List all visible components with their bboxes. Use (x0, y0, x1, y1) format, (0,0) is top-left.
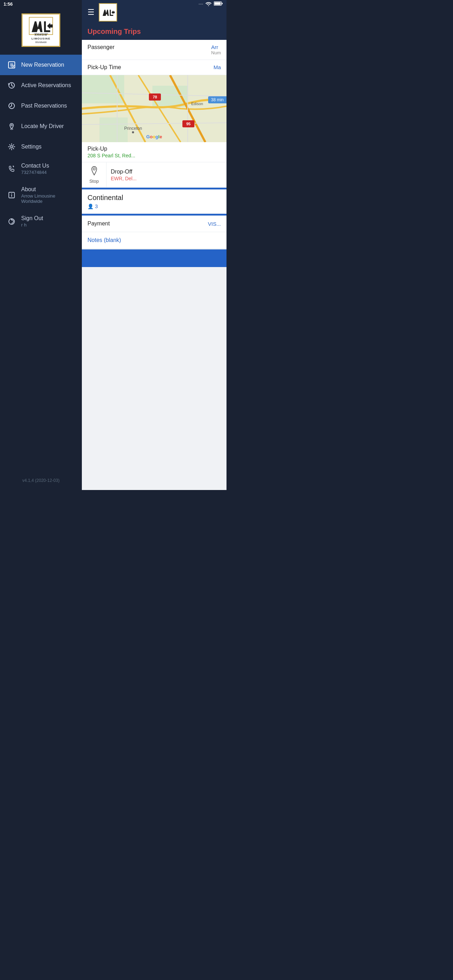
upcoming-trips-title: Upcoming Trips (87, 27, 141, 35)
pickup-label: Pick-Up (87, 146, 221, 152)
svg-point-17 (11, 146, 13, 148)
svg-text:Edison: Edison (191, 102, 203, 106)
locate-driver-label: Locate My Driver (21, 123, 64, 129)
stop-label: Stop (89, 178, 99, 184)
battery-icon (214, 1, 223, 7)
time-display: 1:56 (3, 2, 13, 7)
sidebar-item-locate-driver[interactable]: Locate My Driver (0, 116, 82, 137)
new-reservation-label: New Reservation (21, 62, 64, 68)
contact-us-label: Contact Us (21, 162, 49, 169)
svg-text:78: 78 (153, 95, 157, 99)
version-label: v4.1,4 (2020-12-03) (0, 473, 82, 490)
map-svg: 78 95 Edison Princeton (82, 75, 227, 142)
contact-us-phone: 7327474844 (21, 170, 49, 175)
passenger-count-value: 3 (95, 203, 98, 209)
stop-cell: Stop (82, 162, 106, 187)
svg-rect-25 (215, 2, 221, 5)
about-icon (7, 191, 16, 200)
sidebar-logo-svg: ARROW LIMOUSINE Worldwide (29, 17, 53, 35)
wifi-icon (205, 1, 212, 7)
sidebar-item-about[interactable]: About Arrow Limousine Worldwide (0, 181, 82, 210)
settings-icon (7, 142, 16, 151)
contact-us-icon (7, 164, 16, 173)
sidebar-logo-company: ARROW LIMOUSINE Worldwide (25, 33, 57, 44)
pickup-time-label: Pick-Up Time (87, 64, 121, 70)
passenger-label: Passenger (87, 44, 114, 51)
status-bar: 1:56 (0, 0, 82, 8)
right-status-bar: ···· (82, 0, 227, 8)
past-reservations-label: Past Reservations (21, 103, 67, 109)
payment-label: Payment (87, 221, 110, 227)
about-sublabel: Arrow Limousine Worldwide (21, 193, 75, 204)
stop-pin-icon (90, 166, 99, 178)
dropoff-info: Drop-Off EWR, Del... (106, 162, 227, 187)
passenger-num: Num (211, 50, 221, 56)
payment-row: Payment VIS... (82, 216, 227, 232)
svg-point-41 (93, 168, 95, 170)
payment-value: VIS... (208, 221, 221, 227)
settings-label: Settings (21, 143, 41, 150)
pickup-time-row: Pick-Up Time Ma (82, 60, 227, 75)
bottom-blue-bar (82, 250, 227, 267)
active-reservations-label: Active Reservations (21, 82, 71, 89)
person-icon: 👤 (87, 204, 94, 209)
trip-details: Passenger Arr Num Pick-Up Time Ma (82, 40, 227, 75)
svg-marker-29 (111, 11, 114, 14)
sign-out-sub: r h (21, 222, 43, 228)
about-label: About (21, 186, 75, 192)
passenger-value: Arr (211, 44, 217, 50)
svg-text:95: 95 (186, 122, 191, 126)
svg-text:Princeton: Princeton (124, 126, 142, 131)
pickup-address: 208 S Pearl St, Red... (87, 153, 221, 158)
sidebar-logo-box: ARROW LIMOUSINE Worldwide ARROW LIMOUSIN… (22, 13, 60, 47)
pickup-section: Pick-Up 208 S Pearl St, Red... (82, 142, 227, 162)
vehicle-name: Continental (87, 194, 221, 202)
sidebar: 1:56 ARROW LIMOUSINE Worldwide ARROW LIM… (0, 0, 82, 490)
hamburger-icon[interactable]: ☰ (87, 8, 95, 17)
notes-row: Notes (blank) (82, 232, 227, 249)
sidebar-logo-area: ARROW LIMOUSINE Worldwide ARROW LIMOUSIN… (0, 8, 82, 51)
passenger-row: Passenger Arr Num (82, 40, 227, 60)
sidebar-item-settings[interactable]: Settings (0, 137, 82, 157)
pickup-time-value: Ma (213, 64, 221, 70)
new-reservation-icon (7, 60, 16, 70)
sidebar-item-sign-out[interactable]: Sign Out r h (0, 210, 82, 233)
sidebar-item-past-reservations[interactable]: Past Reservations (0, 95, 82, 116)
right-panel: ···· ☰ Upcoming Trips Passenger Arr Num (82, 0, 227, 490)
svg-rect-26 (222, 3, 223, 4)
map-container: 78 95 Edison Princeton 38 min Google (82, 75, 227, 142)
sign-out-label: Sign Out (21, 215, 43, 221)
dropoff-label: Drop-Off (111, 169, 222, 175)
upcoming-trips-section: Upcoming Trips (82, 25, 227, 40)
sidebar-item-contact-us[interactable]: Contact Us 7327474844 (0, 157, 82, 181)
passenger-count-row: 👤 3 (87, 203, 221, 209)
svg-rect-33 (100, 118, 128, 142)
sidebar-item-new-reservation[interactable]: New Reservation (0, 55, 82, 75)
svg-marker-27 (103, 10, 109, 16)
dropoff-address: EWR, Del... (111, 176, 222, 181)
sidebar-item-active-reservations[interactable]: Active Reservations (0, 75, 82, 95)
svg-point-40 (132, 131, 134, 134)
sidebar-menu: New Reservation Active Reservations Past… (0, 51, 82, 473)
svg-point-15 (11, 124, 12, 126)
google-watermark: Google (146, 134, 162, 139)
active-reservations-icon (7, 81, 16, 90)
map-badge: 38 min (208, 96, 227, 103)
locate-driver-icon (7, 122, 16, 131)
notes-value: Notes (blank) (87, 237, 121, 243)
sign-out-icon (7, 217, 16, 226)
past-reservations-icon (7, 101, 16, 110)
signal-icon: ···· (199, 2, 203, 6)
dropoff-row: Stop Drop-Off EWR, Del... (82, 162, 227, 188)
vehicle-section: Continental 👤 3 (82, 189, 227, 214)
svg-point-21 (11, 193, 12, 194)
